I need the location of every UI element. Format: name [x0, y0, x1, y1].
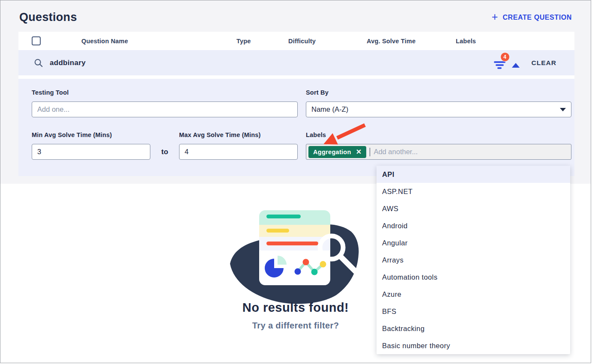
search-filter-row: addbinary 4 CLEAR: [18, 50, 574, 75]
sort-by-select[interactable]: Name (A-Z): [306, 101, 571, 117]
sort-by-label: Sort By: [306, 89, 571, 96]
dropdown-item[interactable]: ASP.NET: [377, 183, 570, 200]
select-all-checkbox[interactable]: [32, 36, 41, 45]
dropdown-item[interactable]: Android: [377, 217, 570, 234]
sort-by-value: Name (A-Z): [311, 105, 348, 113]
column-header: Labels: [456, 38, 476, 45]
range-separator: to: [150, 148, 179, 156]
min-time-label: Min Avg Solve Time (Mins): [32, 131, 179, 138]
remove-chip-icon[interactable]: ✕: [356, 149, 362, 155]
filter-count-badge: 4: [500, 52, 510, 62]
labels-dropdown: APIASP.NETAWSAndroidAngularArraysAutomat…: [377, 166, 570, 354]
text-cursor: [370, 148, 370, 156]
create-question-button[interactable]: + CREATE QUESTION: [492, 12, 572, 22]
dropdown-item[interactable]: Arrays: [377, 251, 570, 269]
search-icon: [34, 58, 43, 68]
no-results-illustration: [229, 205, 362, 306]
app-window: Questions + CREATE QUESTION Question Nam…: [0, 0, 591, 363]
dropdown-item[interactable]: Angular: [377, 234, 570, 251]
dropdown-item[interactable]: Azure: [377, 286, 570, 303]
divider: [18, 75, 574, 79]
search-input[interactable]: addbinary: [50, 59, 86, 67]
table-header-row: Question NameTypeDifficultyAvg. Solve Ti…: [18, 32, 574, 50]
column-header: Avg. Solve Time: [367, 38, 416, 45]
labels-input[interactable]: [374, 148, 567, 156]
dropdown-item[interactable]: BFS: [377, 303, 570, 320]
column-header: Question Name: [81, 38, 128, 45]
empty-state-title: No results found!: [242, 301, 349, 315]
column-header: Type: [236, 38, 251, 45]
collapse-triangle-icon: [512, 63, 520, 68]
dropdown-item[interactable]: Basic number theory: [377, 337, 570, 354]
filter-panel: Testing Tool Sort By Name (A-Z): [18, 79, 574, 176]
top-section: Questions + CREATE QUESTION Question Nam…: [0, 0, 591, 184]
questions-table: Question NameTypeDifficultyAvg. Solve Ti…: [18, 32, 574, 176]
page-header: Questions + CREATE QUESTION: [0, 0, 591, 32]
annotation-arrow-icon: [321, 122, 369, 148]
dropdown-item[interactable]: Automation tools: [377, 269, 570, 286]
empty-state-subtitle: Try a different filter?: [252, 321, 339, 331]
plus-icon: +: [492, 12, 498, 22]
min-time-input[interactable]: [32, 144, 150, 160]
filter-toggle-button[interactable]: 4: [494, 57, 520, 69]
chip-text: Aggregation: [313, 149, 351, 155]
dropdown-item[interactable]: AWS: [377, 200, 570, 217]
clear-button[interactable]: CLEAR: [532, 59, 556, 67]
dropdown-item[interactable]: API: [377, 166, 570, 183]
testing-tool-label: Testing Tool: [32, 89, 298, 96]
testing-tool-input[interactable]: [32, 101, 298, 117]
max-time-input[interactable]: [179, 144, 298, 160]
create-question-label: CREATE QUESTION: [502, 14, 572, 21]
chevron-down-icon: [560, 108, 566, 111]
page-title: Questions: [19, 11, 77, 24]
dropdown-item[interactable]: Backtracking: [377, 320, 570, 337]
column-header: Difficulty: [288, 38, 316, 45]
max-time-label: Max Avg Solve Time (Mins): [179, 131, 261, 138]
